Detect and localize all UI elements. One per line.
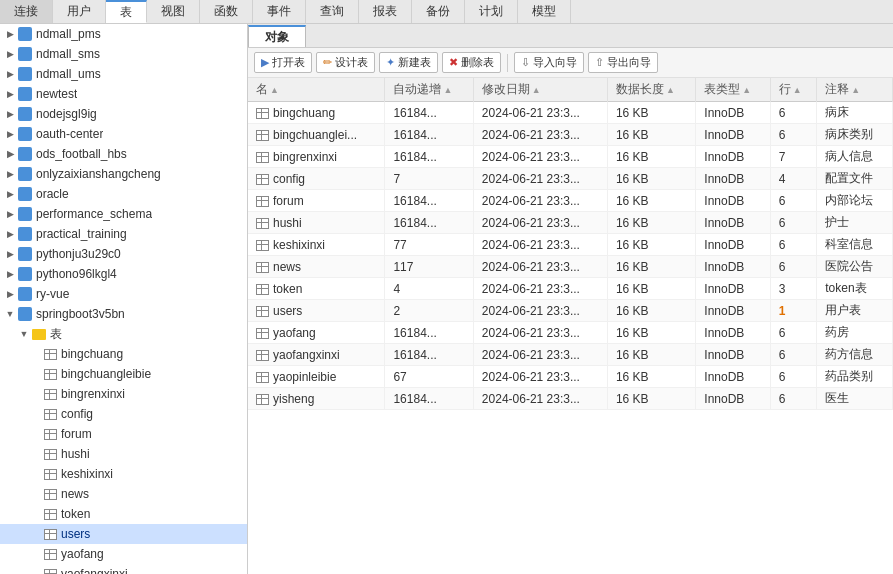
expand-icon[interactable]: ▶ [4, 268, 16, 280]
expand-icon[interactable]: ▶ [4, 108, 16, 120]
table-row[interactable]: config72024-06-21 23:3...16 KBInnoDB4配置文… [248, 168, 893, 190]
expand-icon[interactable]: ▶ [4, 228, 16, 240]
collapse-folder-icon[interactable]: ▼ [18, 328, 30, 340]
menu-item-事件[interactable]: 事件 [253, 0, 306, 23]
sidebar-item-config[interactable]: config [0, 404, 247, 424]
sidebar-label: ndmall_pms [36, 27, 101, 41]
collapse-icon[interactable]: ▼ [4, 308, 16, 320]
import-wizard-button[interactable]: ⇩ 导入向导 [514, 52, 584, 73]
sidebar-item-bingchuangleibie[interactable]: bingchuangleibie [0, 364, 247, 384]
expand-icon[interactable]: ▶ [4, 208, 16, 220]
table-row[interactable]: forum16184...2024-06-21 23:3...16 KBInno… [248, 190, 893, 212]
sidebar-item-forum[interactable]: forum [0, 424, 247, 444]
table-row[interactable]: token42024-06-21 23:3...16 KBInnoDB3toke… [248, 278, 893, 300]
sort-icon: ▲ [443, 85, 452, 95]
expand-icon[interactable]: ▶ [4, 48, 16, 60]
col-header-name[interactable]: 名▲ [248, 78, 385, 102]
cell-modified: 2024-06-21 23:3... [473, 234, 607, 256]
table-row[interactable]: yaopinleibie672024-06-21 23:3...16 KBInn… [248, 366, 893, 388]
cell-rows: 6 [770, 124, 816, 146]
menu-item-表[interactable]: 表 [106, 0, 147, 23]
cell-data_length: 16 KB [607, 146, 695, 168]
cell-modified: 2024-06-21 23:3... [473, 388, 607, 410]
sidebar-item--[interactable]: ▼表 [0, 324, 247, 344]
expand-icon[interactable]: ▶ [4, 188, 16, 200]
design-table-button[interactable]: ✏ 设计表 [316, 52, 375, 73]
expand-icon[interactable]: ▶ [4, 88, 16, 100]
menu-item-备份[interactable]: 备份 [412, 0, 465, 23]
cell-data_length: 16 KB [607, 366, 695, 388]
col-header-data_length[interactable]: 数据长度▲ [607, 78, 695, 102]
cell-comment: 医生 [817, 388, 893, 410]
col-header-table_type[interactable]: 表类型▲ [696, 78, 770, 102]
sidebar-item-token[interactable]: token [0, 504, 247, 524]
sidebar-item-bingrenxinxi[interactable]: bingrenxinxi [0, 384, 247, 404]
menu-item-用户[interactable]: 用户 [53, 0, 106, 23]
table-row[interactable]: bingrenxinxi16184...2024-06-21 23:3...16… [248, 146, 893, 168]
col-header-comment[interactable]: 注释▲ [817, 78, 893, 102]
menu-item-模型[interactable]: 模型 [518, 0, 571, 23]
cell-auto_inc: 16184... [385, 344, 473, 366]
menu-item-函数[interactable]: 函数 [200, 0, 253, 23]
expand-icon[interactable]: ▶ [4, 288, 16, 300]
sidebar-item-onlyzaixianshangcheng[interactable]: ▶onlyzaixianshangcheng [0, 164, 247, 184]
table-row[interactable]: bingchuang16184...2024-06-21 23:3...16 K… [248, 102, 893, 124]
sidebar-item-pythonju3u29c0[interactable]: ▶pythonju3u29c0 [0, 244, 247, 264]
expand-icon[interactable]: ▶ [4, 68, 16, 80]
sidebar-item-ods-football-hbs[interactable]: ▶ods_football_hbs [0, 144, 247, 164]
sidebar-item-oracle[interactable]: ▶oracle [0, 184, 247, 204]
sidebar-item-newtest[interactable]: ▶newtest [0, 84, 247, 104]
export-wizard-button[interactable]: ⇧ 导出向导 [588, 52, 658, 73]
open-table-button[interactable]: ▶ 打开表 [254, 52, 312, 73]
sidebar-item-ndmall-sms[interactable]: ▶ndmall_sms [0, 44, 247, 64]
sidebar-label: oracle [36, 187, 69, 201]
col-header-modified[interactable]: 修改日期▲ [473, 78, 607, 102]
table-row[interactable]: keshixinxi772024-06-21 23:3...16 KBInnoD… [248, 234, 893, 256]
cell-comment: 科室信息 [817, 234, 893, 256]
sidebar-item-practical-training[interactable]: ▶practical_training [0, 224, 247, 244]
sidebar-item-news[interactable]: news [0, 484, 247, 504]
table-row[interactable]: yaofang16184...2024-06-21 23:3...16 KBIn… [248, 322, 893, 344]
sidebar-item-bingchuang[interactable]: bingchuang [0, 344, 247, 364]
table-row[interactable]: yisheng16184...2024-06-21 23:3...16 KBIn… [248, 388, 893, 410]
database-icon [18, 307, 32, 321]
table-icon [44, 349, 57, 360]
table-row[interactable]: yaofangxinxi16184...2024-06-21 23:3...16… [248, 344, 893, 366]
sidebar-item-users[interactable]: users [0, 524, 247, 544]
sidebar-item-ndmall-ums[interactable]: ▶ndmall_ums [0, 64, 247, 84]
expand-icon[interactable]: ▶ [4, 168, 16, 180]
expand-icon[interactable]: ▶ [4, 248, 16, 260]
sidebar-item-springboot3v5bn[interactable]: ▼springboot3v5bn [0, 304, 247, 324]
expand-icon[interactable]: ▶ [4, 28, 16, 40]
sidebar-item-hushi[interactable]: hushi [0, 444, 247, 464]
col-header-auto_inc[interactable]: 自动递增▲ [385, 78, 473, 102]
col-header-rows[interactable]: 行▲ [770, 78, 816, 102]
table-row[interactable]: hushi16184...2024-06-21 23:3...16 KBInno… [248, 212, 893, 234]
sidebar-item-pythono96lkgl4[interactable]: ▶pythono96lkgl4 [0, 264, 247, 284]
cell-table_type: InnoDB [696, 366, 770, 388]
expand-icon[interactable]: ▶ [4, 128, 16, 140]
menu-item-连接[interactable]: 连接 [0, 0, 53, 23]
sidebar-item-ndmall-pms[interactable]: ▶ndmall_pms [0, 24, 247, 44]
table-row[interactable]: users22024-06-21 23:3...16 KBInnoDB1用户表 [248, 300, 893, 322]
sidebar-label: onlyzaixianshangcheng [36, 167, 161, 181]
menu-item-计划[interactable]: 计划 [465, 0, 518, 23]
menu-item-报表[interactable]: 报表 [359, 0, 412, 23]
tab-对象[interactable]: 对象 [248, 25, 306, 47]
table-icon [44, 529, 57, 540]
sidebar-item-performance-schema[interactable]: ▶performance_schema [0, 204, 247, 224]
sidebar-item-ry-vue[interactable]: ▶ry-vue [0, 284, 247, 304]
menu-item-查询[interactable]: 查询 [306, 0, 359, 23]
sidebar-item-nodejsgl9ig[interactable]: ▶nodejsgl9ig [0, 104, 247, 124]
menu-item-视图[interactable]: 视图 [147, 0, 200, 23]
new-table-button[interactable]: ✦ 新建表 [379, 52, 438, 73]
cell-comment: 病人信息 [817, 146, 893, 168]
sidebar-item-keshixinxi[interactable]: keshixinxi [0, 464, 247, 484]
sidebar-item-oauth-center[interactable]: ▶oauth-center [0, 124, 247, 144]
sidebar-item-yaofangxinxi[interactable]: yaofangxinxi [0, 564, 247, 574]
delete-table-button[interactable]: ✖ 删除表 [442, 52, 501, 73]
table-row[interactable]: news1172024-06-21 23:3...16 KBInnoDB6医院公… [248, 256, 893, 278]
sidebar-item-yaofang[interactable]: yaofang [0, 544, 247, 564]
table-row[interactable]: bingchuanglei...16184...2024-06-21 23:3.… [248, 124, 893, 146]
expand-icon[interactable]: ▶ [4, 148, 16, 160]
